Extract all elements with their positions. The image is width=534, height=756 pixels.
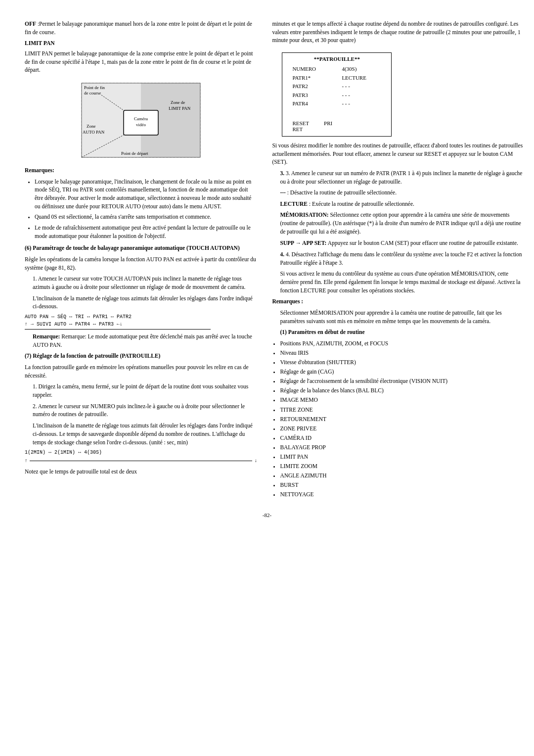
r2-item-14: ANGLE AZIMUTH [280, 472, 524, 479]
patr-table-row-1: PATR1* LECTURE [292, 74, 381, 83]
remarque-item-3: Le mode de rafraîchissement automatique … [35, 224, 257, 240]
off-label: OFF [25, 21, 36, 27]
r2-item-15: BURST [280, 481, 524, 489]
def-lecture: LECTURE : Exécute la routine de patrouil… [280, 200, 524, 208]
patrouille-body: La fonction patrouille garde en mémoire … [25, 363, 257, 379]
limit-pan-body: LIMIT PAN permet le balayage panoramique… [25, 49, 257, 74]
patr-bottom-0: RESET RET [292, 120, 309, 132]
formula2-line: 1(2MIN) ↔ 2(1MIN) ↔ 4(30S) [25, 449, 257, 457]
patrouille-title: (7) Réglage de la fonction de patrouille… [25, 352, 257, 360]
remarques2-section: Remarques : Sélectionner MÉMORISATION po… [272, 297, 524, 498]
remarque-item-1: Lorsque le balayage panoramique, l'incli… [35, 178, 257, 211]
step3: 3. 3. Amenez le curseur sur un numéro de… [280, 169, 524, 186]
patr-table-row-0: NUMERO 4(30S) [292, 65, 381, 74]
r2-item-13: LIMITE ZOOM [280, 462, 524, 470]
step2-cont: Si vous désirez modifier le nombre des r… [272, 142, 524, 166]
formula1-line2: ↑ → SUIVI AUTO ↔ PATR4 ↔ PATR3 ←↓ [25, 321, 257, 329]
patr-bottom-rows: RESET RET PRI [292, 120, 381, 132]
r2-item-12: LIMIT PAN [280, 453, 524, 461]
r2-item-0: Positions PAN, AZIMUTH, ZOOM, et FOCUS [280, 339, 524, 347]
r2-item-5: Réglage de la balance des blancs (BAL BL… [280, 386, 524, 394]
patr-row3-col2: - - - [342, 91, 381, 100]
patr-row2-col1: PATR2 [292, 82, 327, 91]
svg-text:Zone de: Zone de [171, 100, 185, 105]
svg-text:de course: de course [84, 91, 101, 95]
svg-text:Point de départ: Point de départ [121, 151, 148, 156]
page-layout: OFF :Permet le balayage panoramique manu… [25, 20, 509, 502]
right-intro: minutes et que le temps affecté à chaque… [272, 20, 524, 45]
svg-text:AUTO PAN: AUTO PAN [83, 130, 105, 135]
def-supp: SUPP → APP SET: Appuyez sur le bouton CA… [280, 239, 524, 247]
touch-autopan-step1: 1. Amenez le curseur sur votre TOUCH AUT… [33, 275, 257, 291]
limit-pan-section: LIMIT PAN LIMIT PAN permet le balayage p… [25, 39, 257, 74]
remarques2-title: Remarques : [272, 297, 524, 306]
r2-item-16: NETTOYAGE [280, 490, 524, 498]
svg-text:Zone: Zone [87, 124, 96, 129]
patr-bottom-ret: RET [292, 126, 309, 132]
remarques2-intro: Sélectionner MÉMORISATION pour apprendre… [280, 309, 524, 325]
svg-text:LIMIT PAN: LIMIT PAN [169, 106, 191, 111]
off-text: Permet le balayage panoramique manuel ho… [25, 21, 252, 35]
remarques2-list: Positions PAN, AZIMUTH, ZOOM, et FOCUS N… [280, 339, 524, 499]
left-column: OFF :Permet le balayage panoramique manu… [25, 20, 257, 502]
patr-row1-col1: PATR1* [292, 74, 327, 83]
patr-row1-col2: LECTURE [342, 74, 381, 83]
touch-autopan-remarque: Remarque: Remarque: Le mode automatique … [33, 332, 257, 349]
r2-item-8: RETOURNEMENT [280, 415, 524, 423]
page-number: -82- [25, 512, 509, 518]
patr-table-title: **PATROUILLE** [292, 56, 381, 62]
svg-text:vidéo: vidéo [136, 122, 146, 127]
right-column: minutes et que le temps affecté à chaque… [272, 20, 524, 502]
svg-text:Caméra: Caméra [134, 116, 148, 121]
diagram-container: Caméra vidéo Point de fin de course Zone… [25, 78, 257, 162]
touch-autopan-body: Règle les opérations de la caméra lorsqu… [25, 255, 257, 272]
r2-item-9: ZONE PRIVEE [280, 425, 524, 432]
patr-row0-col2: 4(30S) [342, 65, 381, 74]
formula1-block: AUTO PAN ↔ SÉQ ↔ TRI ↔ PATR1 ↔ PATR2 ↑ →… [25, 314, 257, 330]
r2-item-7: TITRE ZONE [280, 406, 524, 414]
r2-item-11: BALAYAGE PROP [280, 443, 524, 451]
remarques2-sub: (1) Paramètres en début de routine [280, 328, 524, 336]
patr-bottom-1: PRI [324, 120, 332, 132]
patrouille-table: **PATROUILLE** NUMERO 4(30S) PATR1* LECT… [282, 52, 392, 137]
patrouille-step2: 2. Amenez le curseur sur NUMERO puis inc… [33, 402, 257, 419]
patr-row4-col1: PATR4 [292, 99, 327, 108]
patrouille-note: Notez que le temps de patrouille total e… [25, 468, 257, 476]
remarques-list: Lorsque le balayage panoramique, l'incli… [35, 178, 257, 240]
remarques-title: Remarques: [25, 166, 257, 175]
patr-table-row-4: PATR4 - - - [292, 99, 381, 108]
patr-row2-col2: - - - [342, 82, 381, 91]
patr-table-row-3: PATR3 - - - [292, 91, 381, 100]
off-section: OFF :Permet le balayage panoramique manu… [25, 20, 257, 36]
patrouille-step2b: L'inclinaison de la manette de réglage t… [33, 422, 257, 446]
diagram-svg: Caméra vidéo Point de fin de course Zone… [72, 78, 210, 162]
patrouille-section: (7) Réglage de la fonction de patrouille… [25, 352, 257, 475]
remarque-item-2: Quand 0S est sélectionné, la caméra s'ar… [35, 213, 257, 221]
def-dash: --- : Désactive la routine de patrouille… [280, 189, 524, 197]
step4: 4. 4. Désactivez l'affichage du menu dan… [280, 250, 524, 267]
patrouille-step1: 1. Dirigez la caméra, menu fermé, sur le… [33, 382, 257, 399]
r2-item-2: Vitesse d'obturation (SHUTTER) [280, 358, 524, 366]
touch-autopan-title: (6) Paramétrage de touche de balayage pa… [25, 244, 257, 252]
limit-pan-title: LIMIT PAN [25, 39, 257, 47]
patr-bottom-reset: RESET [292, 120, 309, 126]
formula2-block: 1(2MIN) ↔ 2(1MIN) ↔ 4(30S) ↑ ↓ [25, 449, 257, 465]
remarques-section: Remarques: Lorsque le balayage panoramiq… [25, 166, 257, 240]
patr-row3-col1: PATR3 [292, 91, 327, 100]
r2-item-4: Réglage de l'accroissement de la sensibi… [280, 377, 524, 385]
def-memorisation: MÉMORISATION: Sélectionnez cette option … [280, 211, 524, 236]
patr-row4-col2: - - - [342, 99, 381, 108]
r2-item-1: Niveau IRIS [280, 349, 524, 357]
r2-item-10: CAMÉRA ID [280, 434, 524, 442]
r2-item-6: IMAGE MEMO [280, 396, 524, 404]
patr-table-row-2: PATR2 - - - [292, 82, 381, 91]
r2-item-3: Réglage de gain (CAG) [280, 368, 524, 376]
formula1-line1: AUTO PAN ↔ SÉQ ↔ TRI ↔ PATR1 ↔ PATR2 [25, 314, 257, 321]
svg-text:Point de fin: Point de fin [84, 85, 105, 90]
patr-row0-col1: NUMERO [292, 65, 327, 74]
patr-bottom-pri: PRI [324, 120, 332, 126]
touch-autopan-step1b: L'inclinaison de la manette de réglage t… [33, 294, 257, 311]
definitions: --- : Désactive la routine de patrouille… [280, 189, 524, 247]
step4b: Si vous activez le menu du contrôleur du… [280, 270, 524, 294]
touch-autopan-section: (6) Paramétrage de touche de balayage pa… [25, 244, 257, 349]
